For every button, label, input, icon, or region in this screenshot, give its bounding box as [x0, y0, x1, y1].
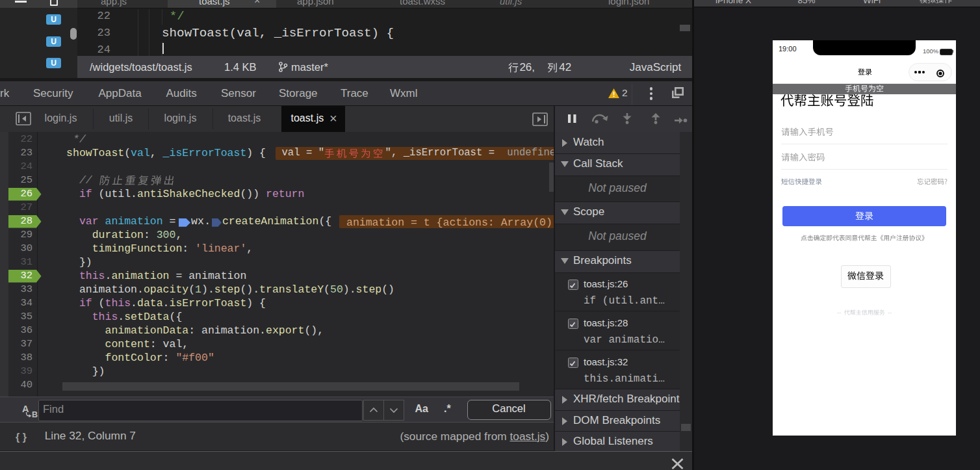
svg-text:B: B — [32, 410, 38, 419]
svg-text:A: A — [22, 404, 29, 414]
